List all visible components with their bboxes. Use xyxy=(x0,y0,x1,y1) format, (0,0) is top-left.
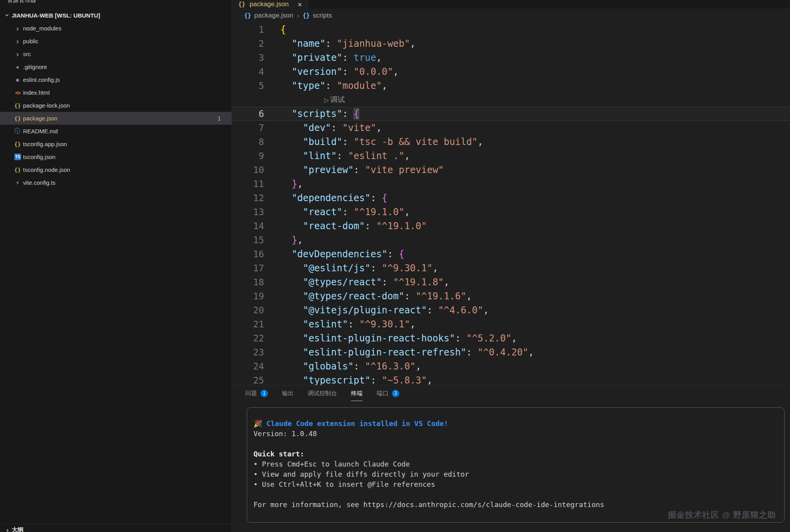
vscode-window: 资源管理器 › JIANHUA-WEB [WSL: UBUNTU] ›node_… xyxy=(0,0,790,532)
code-line[interactable]: 13 "react": "^19.1.0", xyxy=(232,205,790,219)
code-line[interactable]: 8 "build": "tsc -b && vite build", xyxy=(232,135,790,149)
code-line[interactable]: 12 "dependencies": { xyxy=(232,191,790,205)
line-number: 19 xyxy=(232,289,264,303)
breadcrumb-file[interactable]: {} package.json xyxy=(244,12,293,19)
tree-item-vite.config.ts[interactable]: ⚡vite.config.ts xyxy=(0,176,232,189)
tab-package-json[interactable]: {} package.json × xyxy=(232,0,308,9)
line-content: "devDependencies": { xyxy=(264,247,404,261)
tree-item-index.html[interactable]: <>index.html xyxy=(0,86,232,99)
code-line[interactable]: 7 "dev": "vite", xyxy=(232,121,790,135)
panel-tab-调试控制台[interactable]: 调试控制台 xyxy=(308,385,337,401)
tree-item-.gitignore[interactable]: ◆.gitignore xyxy=(0,60,232,73)
tree-item-README.md[interactable]: ⓘREADME.md xyxy=(0,125,232,138)
tree-item-package-lock.json[interactable]: {}package-lock.json xyxy=(0,99,232,112)
tree-item-public[interactable]: ›public xyxy=(0,35,232,48)
line-number: 7 xyxy=(232,121,264,135)
terminal-line: • Use Ctrl+Alt+K to insert @File referen… xyxy=(253,479,776,490)
line-number: 15 xyxy=(232,233,264,247)
code-line[interactable]: 14 "react-dom": "^19.1.0" xyxy=(232,219,790,233)
breadcrumb-separator-icon: › xyxy=(297,12,299,20)
line-content: "lint": "eslint .", xyxy=(264,149,410,163)
line-content: "eslint": "^9.30.1", xyxy=(264,317,416,331)
line-content: "typescript": "~5.8.3", xyxy=(264,373,432,385)
file-name: src xyxy=(23,51,31,57)
close-icon[interactable]: × xyxy=(298,0,302,9)
panel-tab-终端[interactable]: 终端 xyxy=(351,385,363,401)
terminal-line: • View and apply file diffs directly in … xyxy=(253,469,776,479)
project-section-label: JIANHUA-WEB [WSL: UBUNTU] xyxy=(12,12,100,19)
line-content: "preview": "vite preview" xyxy=(264,163,444,177)
file-name: tsconfig.node.json xyxy=(23,166,70,173)
panel-tab-端口[interactable]: 端口2 xyxy=(377,385,399,401)
code-line[interactable]: 21 "eslint": "^9.30.1", xyxy=(232,317,790,331)
tree-item-tsconfig.node.json[interactable]: {}tsconfig.node.json xyxy=(0,163,232,176)
terminal-line: Quick start: xyxy=(253,449,776,459)
bottom-panel: 问题1输出调试控制台终端端口2 🎉 Claude Code extension … xyxy=(232,385,790,532)
line-content: { xyxy=(264,23,286,37)
code-line[interactable]: 18 "@types/react": "^19.1.8", xyxy=(232,275,790,289)
breadcrumb: {} package.json › {} scripts xyxy=(232,9,790,23)
file-name: eslint.config.js xyxy=(23,76,60,83)
code-line[interactable]: 3 "private": true, xyxy=(232,51,790,65)
code-line[interactable]: 16 "devDependencies": { xyxy=(232,247,790,261)
tab-bar: {} package.json × xyxy=(232,0,790,9)
tree-item-node_modules[interactable]: ›node_modules xyxy=(0,22,232,35)
explorer-sidebar: 资源管理器 › JIANHUA-WEB [WSL: UBUNTU] ›node_… xyxy=(0,0,232,532)
html-icon: <> xyxy=(13,90,22,96)
panel-tab-label: 终端 xyxy=(351,390,363,397)
vite-icon: ⚡ xyxy=(13,179,22,186)
panel-tab-label: 调试控制台 xyxy=(308,390,337,397)
code-line[interactable]: 2 "name": "jianhua-web", xyxy=(232,37,790,51)
code-line[interactable]: 11 }, xyxy=(232,177,790,191)
code-line[interactable]: 6 "scripts": { xyxy=(232,107,790,121)
line-content: "@types/react-dom": "^19.1.6", xyxy=(264,289,472,303)
json-icon: {} xyxy=(13,141,22,147)
code-line[interactable]: 25 "typescript": "~5.8.3", xyxy=(232,373,790,385)
panel-tab-输出[interactable]: 输出 xyxy=(282,385,294,401)
line-number: 18 xyxy=(232,275,264,289)
code-line[interactable]: 10 "preview": "vite preview" xyxy=(232,163,790,177)
code-line[interactable]: 9 "lint": "eslint .", xyxy=(232,149,790,163)
code-editor[interactable]: 1{2 "name": "jianhua-web",3 "private": t… xyxy=(232,23,790,385)
debug-codelens[interactable]: ▷调试 xyxy=(232,93,790,107)
line-number: 8 xyxy=(232,135,264,149)
line-number: 11 xyxy=(232,177,264,191)
line-content: "build": "tsc -b && vite build", xyxy=(264,135,483,149)
line-number: 25 xyxy=(232,373,264,385)
code-line[interactable]: 17 "@eslint/js": "^9.30.1", xyxy=(232,261,790,275)
tree-item-eslint.config.js[interactable]: ●eslint.config.js xyxy=(0,73,232,86)
tree-item-src[interactable]: ›src xyxy=(0,48,232,60)
project-section-header[interactable]: › JIANHUA-WEB [WSL: UBUNTU] xyxy=(3,10,232,21)
panel-tab-问题[interactable]: 问题1 xyxy=(245,385,268,401)
line-content: "eslint-plugin-react-refresh": "^0.4.20"… xyxy=(264,345,534,359)
code-line[interactable]: 1{ xyxy=(232,23,790,37)
line-number: 10 xyxy=(232,163,264,177)
file-name: .gitignore xyxy=(23,64,47,70)
code-line[interactable]: 22 "eslint-plugin-react-hooks": "^5.2.0"… xyxy=(232,331,790,345)
line-number: 24 xyxy=(232,359,264,373)
terminal-line: For more information, see https://docs.a… xyxy=(253,500,776,510)
code-line[interactable]: 24 "globals": "^16.3.0", xyxy=(232,359,790,373)
terminal-output[interactable]: 🎉 Claude Code extension installed in VS … xyxy=(247,407,785,523)
json-icon: {} xyxy=(13,167,22,173)
tree-item-tsconfig.json[interactable]: TStsconfig.json xyxy=(0,150,232,163)
code-line[interactable]: 5 "type": "module", xyxy=(232,79,790,93)
panel-tab-label: 端口 xyxy=(377,390,388,397)
code-line[interactable]: 15 }, xyxy=(232,233,790,247)
tab-label: package.json xyxy=(250,0,289,8)
terminal-line xyxy=(253,439,776,449)
breadcrumb-symbol[interactable]: {} scripts xyxy=(303,12,332,19)
json-symbol-icon: {} xyxy=(303,12,310,19)
line-content: "name": "jianhua-web", xyxy=(264,37,416,51)
line-content: }, xyxy=(264,177,303,191)
code-line[interactable]: 20 "@vitejs/plugin-react": "^4.6.0", xyxy=(232,303,790,317)
file-name: tsconfig.json xyxy=(23,154,55,160)
tree-item-tsconfig.app.json[interactable]: {}tsconfig.app.json xyxy=(0,138,232,150)
code-line[interactable]: 19 "@types/react-dom": "^19.1.6", xyxy=(232,289,790,303)
code-line[interactable]: 4 "version": "0.0.0", xyxy=(232,65,790,79)
play-icon: ▷ xyxy=(324,97,329,103)
tree-item-package.json[interactable]: {}package.json1 xyxy=(0,112,232,125)
code-line[interactable]: 23 "eslint-plugin-react-refresh": "^0.4.… xyxy=(232,345,790,359)
line-content: "react": "^19.1.0", xyxy=(264,205,410,219)
outline-section-header[interactable]: › 大纲 xyxy=(3,524,232,532)
